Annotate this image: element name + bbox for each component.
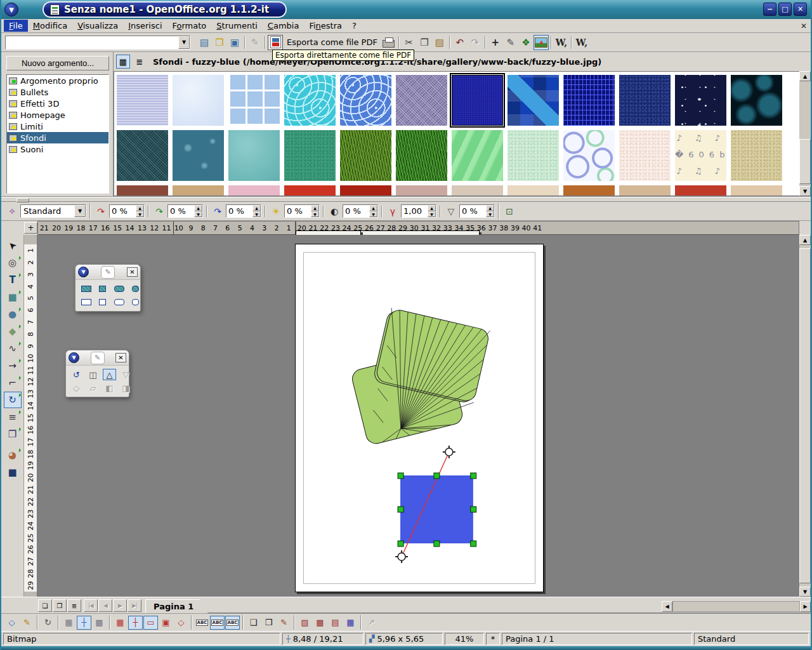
selected-bitmap-square[interactable] bbox=[395, 446, 476, 563]
first-page-button[interactable]: |◀ bbox=[84, 599, 98, 612]
guides-when-moving[interactable]: ▩ bbox=[92, 616, 107, 630]
quick-edit[interactable]: ABC bbox=[195, 616, 209, 630]
filled-rectangle-button[interactable] bbox=[79, 283, 93, 295]
thumbnail-teal-rough[interactable] bbox=[117, 130, 168, 181]
rectangle-tool[interactable]: ■ bbox=[4, 289, 22, 305]
text-tool[interactable]: T bbox=[4, 272, 22, 288]
status-zoom[interactable]: 41% bbox=[445, 633, 484, 645]
thumbnail-paper-lavender[interactable] bbox=[117, 75, 168, 126]
menu-modifica[interactable]: Modifica bbox=[28, 20, 72, 32]
gallery-theme-bullets[interactable]: Bullets bbox=[7, 86, 108, 98]
curve-tool[interactable]: ∿ bbox=[4, 340, 22, 357]
gallery-theme-sfondi[interactable]: Sfondi bbox=[7, 132, 108, 143]
glue-points-icon[interactable]: ✎ bbox=[503, 35, 518, 50]
document-close-icon[interactable]: ✕ bbox=[801, 22, 807, 30]
selection-handle[interactable] bbox=[398, 507, 403, 512]
filled-rounded-square-button[interactable] bbox=[129, 283, 142, 295]
thumbnail-music-notes[interactable]: ♪ ♫ ♪ �606b ♪ ♫ ♪ �606b bbox=[675, 130, 726, 181]
scroll-right-icon[interactable]: ▶ bbox=[800, 601, 811, 612]
flip-button[interactable]: ◫ bbox=[86, 369, 100, 380]
scroll-up-icon[interactable]: ▲ bbox=[799, 71, 811, 81]
blue-adjust-spinner[interactable]: 0 %▲▼ bbox=[226, 204, 261, 218]
thumbnail-blue-blocks[interactable] bbox=[508, 75, 559, 126]
thumbnail-grass-dark[interactable] bbox=[340, 130, 391, 181]
menu-visualizza[interactable]: Visualizza bbox=[72, 20, 123, 32]
gallery-scrollbar[interactable]: ▲ ▼ bbox=[799, 71, 811, 196]
grid-view-button[interactable]: ▦ bbox=[116, 55, 130, 69]
url-dropdown-button[interactable]: ▼ bbox=[178, 36, 190, 49]
last-page-button[interactable]: ▶| bbox=[128, 599, 141, 612]
edit-file-icon[interactable]: ✎ bbox=[247, 35, 263, 50]
minimize-button[interactable]: − bbox=[763, 3, 776, 16]
selection-handle[interactable] bbox=[471, 541, 476, 547]
layer-mode-button[interactable]: ≣ bbox=[67, 599, 81, 612]
spin-down-icon[interactable]: ▼ bbox=[369, 211, 377, 218]
spin-down-icon[interactable]: ▼ bbox=[486, 211, 494, 218]
spin-up-icon[interactable]: ▲ bbox=[486, 205, 494, 211]
thumbnail-row3-7[interactable] bbox=[508, 185, 559, 196]
selection-handle[interactable] bbox=[398, 541, 403, 547]
list-view-button[interactable]: ≣ bbox=[133, 55, 147, 69]
copy-icon[interactable]: ❐ bbox=[417, 35, 432, 50]
thumbnail-row3-8[interactable] bbox=[563, 185, 615, 196]
edit-points-mode[interactable]: ◇ bbox=[4, 616, 19, 630]
outline-square-button[interactable] bbox=[96, 296, 109, 308]
distort-button[interactable]: ▱ bbox=[86, 382, 100, 394]
thumbnail-row3-5[interactable] bbox=[396, 185, 447, 196]
word-doc-1-icon[interactable]: W, bbox=[554, 35, 569, 50]
gallery-theme-suoni[interactable]: Suoni bbox=[7, 143, 108, 155]
spin-up-icon[interactable]: ▲ bbox=[369, 205, 377, 211]
thumbnail-dark-blobs[interactable] bbox=[731, 75, 782, 126]
thumbnail-row3-2[interactable] bbox=[228, 185, 280, 196]
filled-rounded-rectangle-button[interactable] bbox=[112, 283, 126, 295]
thumbnail-soft-blue[interactable] bbox=[173, 75, 224, 126]
snap-to-border[interactable]: ▣ bbox=[159, 616, 173, 630]
redo-icon[interactable]: ↷ bbox=[468, 35, 483, 50]
close-toolbar-icon[interactable]: ✕ bbox=[115, 353, 126, 362]
selection-handle[interactable] bbox=[434, 473, 440, 479]
gamma-spinner[interactable]: 1,00▲▼ bbox=[401, 204, 436, 218]
controller-3d-tool[interactable]: ■ bbox=[4, 464, 22, 481]
save-document-icon[interactable]: ▣ bbox=[227, 35, 242, 50]
navigator-icon[interactable]: + bbox=[488, 35, 503, 50]
thumbnail-row3-10[interactable] bbox=[675, 185, 726, 196]
paste-icon[interactable]: ▨ bbox=[432, 35, 447, 50]
rectangles-floating-toolbar[interactable]: ▼ ✎ ✕ bbox=[75, 264, 141, 312]
thumbnail-night-sky[interactable] bbox=[675, 75, 726, 126]
scroll-up-icon[interactable]: ▲ bbox=[799, 235, 811, 245]
connector-tool[interactable]: ⌐ bbox=[4, 375, 22, 391]
show-grid[interactable]: ▦ bbox=[62, 616, 76, 630]
axis-endpoint[interactable] bbox=[443, 446, 455, 458]
effects-tool[interactable]: ↻ bbox=[4, 392, 22, 408]
outline-rounded-square-button[interactable] bbox=[129, 296, 142, 308]
filter-icon[interactable]: ✧ bbox=[5, 204, 19, 218]
gallery-icon[interactable] bbox=[534, 35, 549, 50]
gallery-theme-argomento-proprio[interactable]: Argomento proprio bbox=[7, 75, 108, 86]
interactive-transparency-button[interactable]: ◧ bbox=[103, 382, 116, 394]
spin-down-icon[interactable]: ▼ bbox=[252, 211, 261, 218]
scroll-down-icon[interactable]: ▼ bbox=[799, 186, 811, 196]
zoom-tool[interactable]: ◎ bbox=[4, 255, 22, 271]
selection-handle[interactable] bbox=[398, 473, 403, 479]
show-guides[interactable]: ┼ bbox=[77, 616, 91, 630]
thumbnail-sand[interactable] bbox=[731, 130, 782, 181]
red-adjust-spinner[interactable]: 0 %▲▼ bbox=[109, 204, 145, 218]
menu-inserisci[interactable]: Inserisci bbox=[123, 20, 167, 32]
close-toolbar-icon[interactable]: ✕ bbox=[127, 267, 138, 277]
snap-to-margins[interactable]: ▭ bbox=[143, 616, 158, 630]
close-button[interactable]: ✕ bbox=[794, 3, 807, 16]
word-doc-2-icon[interactable]: W, bbox=[574, 35, 589, 50]
thumbnail-circuit-blue[interactable] bbox=[563, 75, 615, 126]
modify-with-attributes[interactable]: ❑ bbox=[246, 616, 261, 630]
url-input[interactable] bbox=[6, 36, 178, 49]
spin-up-icon[interactable]: ▲ bbox=[136, 205, 144, 211]
spin-up-icon[interactable]: ▲ bbox=[428, 205, 436, 211]
green-3d-fan-shape[interactable] bbox=[350, 308, 490, 446]
spin-down-icon[interactable]: ▼ bbox=[136, 211, 144, 218]
window-menu-button[interactable]: ▼ bbox=[4, 3, 18, 17]
double-click-edit-text[interactable]: ABC bbox=[225, 616, 240, 630]
thumbnail-green-waves[interactable] bbox=[452, 130, 503, 181]
maximize-button[interactable]: □ bbox=[778, 3, 792, 16]
selection-handle[interactable] bbox=[434, 541, 440, 547]
thumbnail-green-speckle[interactable] bbox=[284, 130, 336, 181]
